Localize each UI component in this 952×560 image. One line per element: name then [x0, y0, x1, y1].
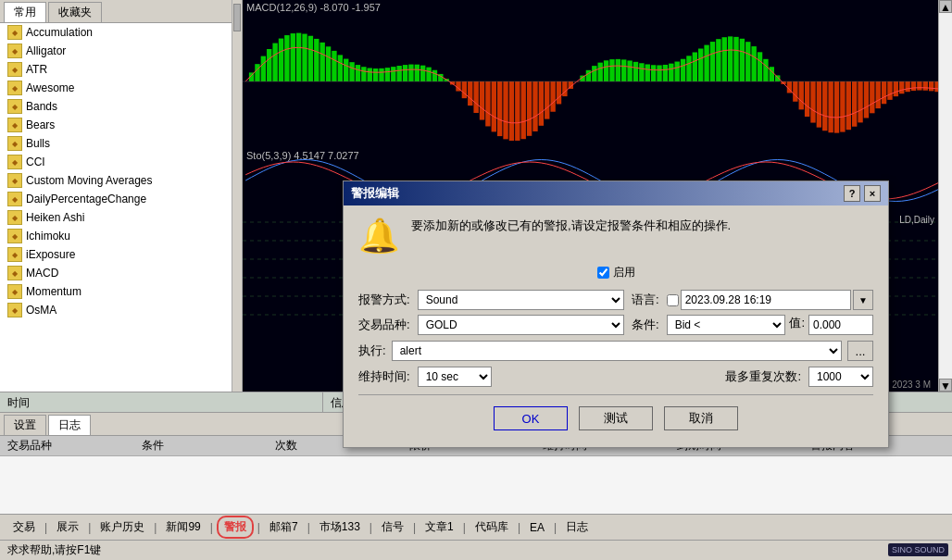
bell-icon: 🔔	[358, 217, 400, 255]
enable-label: 启用	[613, 265, 635, 280]
enable-checkbox-label[interactable]: 启用	[597, 265, 635, 280]
test-button[interactable]: 测试	[579, 406, 653, 430]
language-picker-btn[interactable]: ▼	[853, 290, 873, 310]
symbol-label: 交易品种:	[358, 317, 410, 333]
cancel-button[interactable]: 取消	[664, 406, 738, 430]
enable-checkbox[interactable]	[597, 267, 609, 279]
dialog-form: 报警方式: Sound Email Notification 语言: ▼ 交易品…	[358, 290, 873, 335]
value-label: 值:	[789, 315, 805, 335]
hold-label: 维持时间:	[358, 368, 410, 385]
ok-button[interactable]: OK	[494, 406, 568, 430]
main-container: 常用 收藏夹 ◆Accumulation◆Alligator◆ATR◆Aweso…	[0, 0, 952, 560]
symbol-select[interactable]: GOLD EURUSD	[418, 315, 624, 335]
language-input[interactable]	[681, 290, 851, 310]
condition-select[interactable]: Bid < Bid > Ask <	[667, 315, 786, 335]
dialog-info-row: 🔔 要添加新的或修改已有的警报,请设定报警条件和相应的操作.	[358, 217, 873, 255]
dialog-buttons: OK 测试 取消	[358, 403, 873, 436]
condition-label: 条件:	[632, 317, 659, 333]
exec-more-btn[interactable]: ...	[847, 341, 873, 361]
exec-label: 执行:	[358, 342, 386, 359]
exec-row: 执行: alert ...	[358, 341, 873, 361]
language-row: ▼	[667, 290, 873, 310]
alert-dialog: 警报编辑 ? × 🔔 要添加新的或修改已有的警报,请设定报警条件和相应的操作.	[343, 180, 889, 448]
exec-select[interactable]: alert	[392, 341, 842, 361]
language-label: 语言:	[632, 292, 659, 308]
dialog-body: 🔔 要添加新的或修改已有的警报,请设定报警条件和相应的操作. 启用 报警方式: …	[344, 205, 888, 447]
dialog-title: 警报编辑	[351, 185, 399, 202]
max-repeat-select[interactable]: 1000 500 100	[808, 367, 873, 387]
dialog-title-bar: 警报编辑 ? ×	[344, 181, 888, 205]
hold-repeat-row: 维持时间: 10 sec 30 sec 1 min 最多重复次数: 1000 5…	[358, 367, 873, 387]
hold-select[interactable]: 10 sec 30 sec 1 min	[418, 367, 492, 387]
dialog-close-btn[interactable]: ×	[864, 185, 881, 202]
dialog-title-buttons: ? ×	[844, 185, 881, 202]
value-input[interactable]	[808, 315, 873, 335]
max-repeat-label: 最多重复次数:	[725, 368, 801, 385]
enable-row: 启用	[358, 265, 873, 280]
condition-value-row: Bid < Bid > Ask < 值:	[667, 315, 873, 335]
alert-method-select[interactable]: Sound Email Notification	[418, 290, 624, 310]
dialog-help-btn[interactable]: ?	[844, 185, 860, 202]
dialog-divider	[358, 394, 873, 395]
dialog-info-text: 要添加新的或修改已有的警报,请设定报警条件和相应的操作.	[411, 217, 731, 236]
alert-method-label: 报警方式:	[358, 292, 410, 308]
dialog-overlay: 警报编辑 ? × 🔔 要添加新的或修改已有的警报,请设定报警条件和相应的操作.	[0, 0, 952, 560]
language-checkbox[interactable]	[667, 294, 679, 306]
